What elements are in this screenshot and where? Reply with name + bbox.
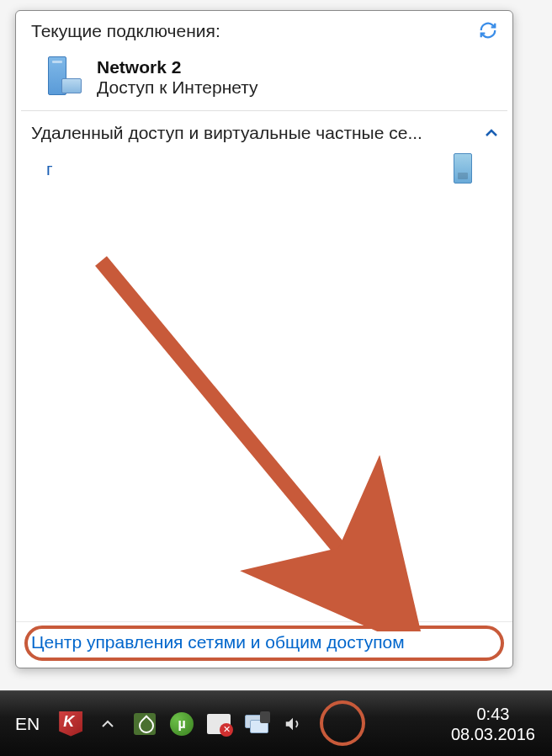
vpn-connection-item[interactable]: г <box>31 143 497 189</box>
vpn-section-header[interactable]: Удаленный доступ и виртуальные частные с… <box>31 123 497 143</box>
taskbar-date: 08.03.2016 <box>451 724 535 744</box>
tray-overflow-chevron-icon[interactable] <box>95 711 120 737</box>
vpn-item-label: г <box>46 159 53 179</box>
action-center-tray-icon[interactable] <box>206 711 231 737</box>
network-status: Доступ к Интернету <box>97 77 258 98</box>
current-network-item[interactable]: Network 2 Доступ к Интернету <box>16 51 512 110</box>
chevron-up-icon <box>486 125 497 141</box>
volume-tray-icon[interactable] <box>280 711 305 737</box>
taskbar-time: 0:43 <box>451 704 535 724</box>
taskbar: EN µ 0:43 08.03.2016 <box>0 690 552 756</box>
taskbar-clock[interactable]: 0:43 08.03.2016 <box>441 704 545 744</box>
network-servers-icon <box>41 56 83 98</box>
system-tray: µ <box>58 711 305 737</box>
spacer <box>16 189 512 621</box>
nvidia-tray-icon[interactable] <box>132 711 157 737</box>
flyout-title: Текущие подключения: <box>31 21 220 41</box>
footer-row: Центр управления сетями и общим доступом <box>16 621 512 668</box>
refresh-icon[interactable] <box>479 21 497 45</box>
network-center-link[interactable]: Центр управления сетями и общим доступом <box>31 632 405 652</box>
flyout-header: Текущие подключения: <box>16 11 512 51</box>
network-flyout: Текущие подключения: Network 2 Доступ к … <box>15 10 513 668</box>
kaspersky-tray-icon[interactable] <box>58 711 83 737</box>
language-indicator[interactable]: EN <box>7 714 48 734</box>
vpn-section: Удаленный доступ и виртуальные частные с… <box>16 111 512 189</box>
vpn-server-icon <box>454 153 475 185</box>
utorrent-tray-icon[interactable]: µ <box>169 711 194 737</box>
network-tray-icon[interactable] <box>243 711 268 737</box>
network-name: Network 2 <box>97 57 258 77</box>
network-text: Network 2 Доступ к Интернету <box>97 57 258 98</box>
vpn-section-label: Удаленный доступ и виртуальные частные с… <box>31 123 422 143</box>
